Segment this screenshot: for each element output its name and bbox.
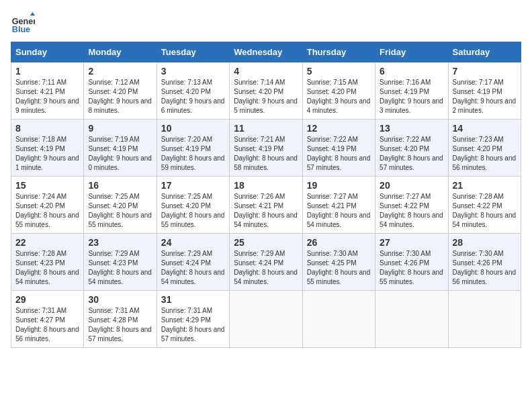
day-number: 14	[453, 123, 517, 134]
day-cell-12: 12Sunrise: 7:22 AMSunset: 4:19 PMDayligh…	[302, 120, 375, 177]
day-cell-20: 20Sunrise: 7:27 AMSunset: 4:22 PMDayligh…	[375, 177, 448, 234]
day-cell-23: 23Sunrise: 7:29 AMSunset: 4:23 PMDayligh…	[84, 234, 157, 291]
day-info: Sunrise: 7:11 AMSunset: 4:21 PMDaylight:…	[15, 78, 79, 116]
day-number: 23	[88, 237, 152, 248]
day-number: 13	[380, 123, 443, 134]
day-info: Sunrise: 7:30 AMSunset: 4:25 PMDaylight:…	[307, 249, 371, 287]
day-info: Sunrise: 7:24 AMSunset: 4:20 PMDaylight:…	[15, 192, 79, 230]
day-number: 2	[88, 66, 152, 77]
day-info: Sunrise: 7:29 AMSunset: 4:24 PMDaylight:…	[161, 249, 225, 287]
day-cell-3: 3Sunrise: 7:13 AMSunset: 4:20 PMDaylight…	[157, 62, 229, 120]
day-number: 8	[15, 123, 79, 134]
day-info: Sunrise: 7:23 AMSunset: 4:20 PMDaylight:…	[453, 135, 517, 173]
day-cell-2: 2Sunrise: 7:12 AMSunset: 4:20 PMDaylight…	[84, 62, 157, 120]
day-cell-26: 26Sunrise: 7:30 AMSunset: 4:25 PMDayligh…	[302, 234, 375, 291]
day-cell-4: 4Sunrise: 7:14 AMSunset: 4:20 PMDaylight…	[230, 62, 302, 120]
day-info: Sunrise: 7:22 AMSunset: 4:20 PMDaylight:…	[380, 135, 443, 173]
day-number: 19	[307, 180, 371, 191]
weekday-header-friday: Friday	[375, 42, 448, 62]
page-header: General Blue	[11, 11, 521, 35]
svg-text:Blue: Blue	[12, 25, 30, 34]
day-number: 21	[453, 180, 517, 191]
day-cell-28: 28Sunrise: 7:30 AMSunset: 4:26 PMDayligh…	[448, 234, 521, 291]
day-cell-8: 8Sunrise: 7:18 AMSunset: 4:19 PMDaylight…	[11, 120, 84, 177]
day-number: 18	[234, 180, 298, 191]
day-info: Sunrise: 7:28 AMSunset: 4:23 PMDaylight:…	[15, 249, 79, 287]
week-row-3: 15Sunrise: 7:24 AMSunset: 4:20 PMDayligh…	[11, 177, 521, 234]
week-row-1: 1Sunrise: 7:11 AMSunset: 4:21 PMDaylight…	[11, 62, 521, 120]
day-cell-16: 16Sunrise: 7:25 AMSunset: 4:20 PMDayligh…	[84, 177, 157, 234]
day-cell-30: 30Sunrise: 7:31 AMSunset: 4:28 PMDayligh…	[84, 291, 157, 348]
day-cell-1: 1Sunrise: 7:11 AMSunset: 4:21 PMDaylight…	[11, 62, 84, 120]
day-info: Sunrise: 7:15 AMSunset: 4:20 PMDaylight:…	[307, 78, 371, 116]
day-number: 27	[380, 237, 443, 248]
day-cell-13: 13Sunrise: 7:22 AMSunset: 4:20 PMDayligh…	[375, 120, 448, 177]
weekday-header-saturday: Saturday	[448, 42, 521, 62]
weekday-header-monday: Monday	[84, 42, 157, 62]
weekday-header-thursday: Thursday	[302, 42, 375, 62]
day-info: Sunrise: 7:25 AMSunset: 4:20 PMDaylight:…	[161, 192, 225, 230]
weekday-header-sunday: Sunday	[11, 42, 84, 62]
day-info: Sunrise: 7:20 AMSunset: 4:19 PMDaylight:…	[161, 135, 225, 173]
calendar-table: SundayMondayTuesdayWednesdayThursdayFrid…	[11, 42, 521, 348]
day-number: 9	[88, 123, 152, 134]
day-number: 5	[307, 66, 371, 77]
day-number: 26	[307, 237, 371, 248]
header-row: SundayMondayTuesdayWednesdayThursdayFrid…	[11, 42, 521, 62]
day-cell-17: 17Sunrise: 7:25 AMSunset: 4:20 PMDayligh…	[157, 177, 229, 234]
empty-cell	[230, 291, 302, 348]
day-info: Sunrise: 7:29 AMSunset: 4:24 PMDaylight:…	[234, 249, 298, 287]
day-info: Sunrise: 7:30 AMSunset: 4:26 PMDaylight:…	[380, 249, 443, 287]
day-info: Sunrise: 7:22 AMSunset: 4:19 PMDaylight:…	[307, 135, 371, 173]
day-number: 17	[161, 180, 225, 191]
day-number: 28	[453, 237, 517, 248]
day-cell-9: 9Sunrise: 7:19 AMSunset: 4:19 PMDaylight…	[84, 120, 157, 177]
day-cell-15: 15Sunrise: 7:24 AMSunset: 4:20 PMDayligh…	[11, 177, 84, 234]
day-cell-14: 14Sunrise: 7:23 AMSunset: 4:20 PMDayligh…	[448, 120, 521, 177]
day-number: 7	[453, 66, 517, 77]
day-info: Sunrise: 7:26 AMSunset: 4:21 PMDaylight:…	[234, 192, 298, 230]
day-number: 24	[161, 237, 225, 248]
week-row-2: 8Sunrise: 7:18 AMSunset: 4:19 PMDaylight…	[11, 120, 521, 177]
day-number: 11	[234, 123, 298, 134]
logo-icon: General Blue	[11, 11, 35, 35]
day-info: Sunrise: 7:31 AMSunset: 4:28 PMDaylight:…	[88, 306, 152, 344]
day-number: 12	[307, 123, 371, 134]
day-cell-18: 18Sunrise: 7:26 AMSunset: 4:21 PMDayligh…	[230, 177, 302, 234]
day-cell-5: 5Sunrise: 7:15 AMSunset: 4:20 PMDaylight…	[302, 62, 375, 120]
day-cell-7: 7Sunrise: 7:17 AMSunset: 4:19 PMDaylight…	[448, 62, 521, 120]
day-cell-21: 21Sunrise: 7:28 AMSunset: 4:22 PMDayligh…	[448, 177, 521, 234]
day-cell-22: 22Sunrise: 7:28 AMSunset: 4:23 PMDayligh…	[11, 234, 84, 291]
weekday-header-wednesday: Wednesday	[230, 42, 302, 62]
day-info: Sunrise: 7:27 AMSunset: 4:22 PMDaylight:…	[380, 192, 443, 230]
day-info: Sunrise: 7:31 AMSunset: 4:27 PMDaylight:…	[15, 306, 79, 344]
day-info: Sunrise: 7:21 AMSunset: 4:19 PMDaylight:…	[234, 135, 298, 173]
day-info: Sunrise: 7:31 AMSunset: 4:29 PMDaylight:…	[161, 306, 225, 344]
day-info: Sunrise: 7:17 AMSunset: 4:19 PMDaylight:…	[453, 78, 517, 116]
svg-marker-2	[30, 12, 35, 15]
day-number: 31	[161, 294, 225, 305]
day-info: Sunrise: 7:25 AMSunset: 4:20 PMDaylight:…	[88, 192, 152, 230]
day-number: 10	[161, 123, 225, 134]
day-info: Sunrise: 7:27 AMSunset: 4:21 PMDaylight:…	[307, 192, 371, 230]
day-number: 29	[15, 294, 79, 305]
day-number: 25	[234, 237, 298, 248]
day-number: 4	[234, 66, 298, 77]
day-info: Sunrise: 7:28 AMSunset: 4:22 PMDaylight:…	[453, 192, 517, 230]
empty-cell	[302, 291, 375, 348]
day-cell-29: 29Sunrise: 7:31 AMSunset: 4:27 PMDayligh…	[11, 291, 84, 348]
weekday-header-tuesday: Tuesday	[157, 42, 229, 62]
day-number: 15	[15, 180, 79, 191]
day-number: 3	[161, 66, 225, 77]
day-number: 16	[88, 180, 152, 191]
day-number: 6	[380, 66, 443, 77]
week-row-4: 22Sunrise: 7:28 AMSunset: 4:23 PMDayligh…	[11, 234, 521, 291]
day-info: Sunrise: 7:29 AMSunset: 4:23 PMDaylight:…	[88, 249, 152, 287]
day-number: 22	[15, 237, 79, 248]
day-info: Sunrise: 7:13 AMSunset: 4:20 PMDaylight:…	[161, 78, 225, 116]
day-info: Sunrise: 7:14 AMSunset: 4:20 PMDaylight:…	[234, 78, 298, 116]
empty-cell	[448, 291, 521, 348]
day-info: Sunrise: 7:30 AMSunset: 4:26 PMDaylight:…	[453, 249, 517, 287]
day-number: 30	[88, 294, 152, 305]
week-row-5: 29Sunrise: 7:31 AMSunset: 4:27 PMDayligh…	[11, 291, 521, 348]
